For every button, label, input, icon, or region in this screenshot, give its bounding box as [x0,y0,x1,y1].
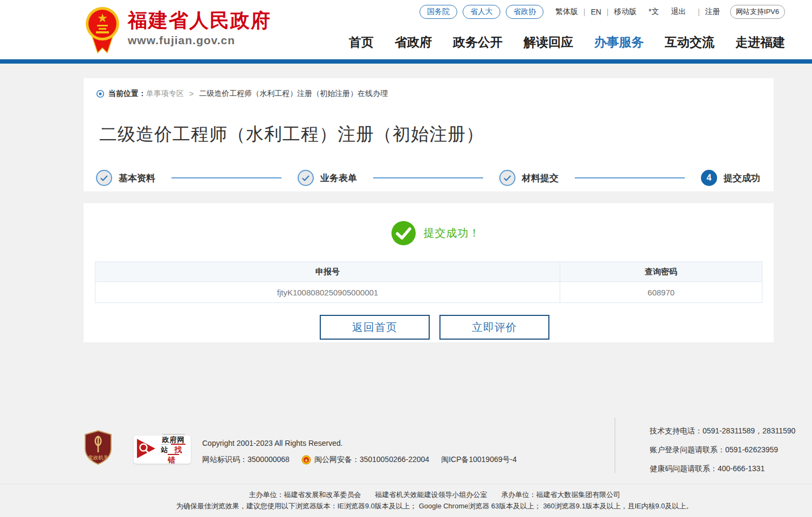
svg-text:★: ★ [97,11,108,25]
check-icon [302,175,309,181]
svg-text:★: ★ [304,458,308,463]
nav-item-gov-affairs[interactable]: 政务公开 [453,34,503,51]
site-identifier-code: 网站标识码：3500000068 [202,455,290,465]
step-connector [575,177,685,178]
check-icon [100,175,108,181]
table-header-row: 申报号 查询密码 [95,262,762,282]
col-header-declaration-no: 申报号 [95,262,560,282]
police-badge-icon: ★ [301,455,311,465]
success-check-icon [391,221,416,245]
action-buttons: 返回首页 立即评价 [107,315,762,340]
icp-record-link[interactable]: 闽ICP备10019069号-4 [441,455,517,465]
page-title: 二级造价工程师（水利工程）注册（初始注册） [96,122,761,147]
table-row: fjtyK1008080250905000001 608970 [95,282,762,303]
step-done-circle [96,170,112,186]
breadcrumb-arrow: > [189,89,194,98]
separator: | [583,8,586,16]
step-connector [171,177,281,178]
quick-link-shengzhengxie[interactable]: 省政协 [506,5,543,19]
breadcrumb-current: 二级造价工程师（水利工程）注册（初始注册）在线办理 [199,89,388,99]
browser-recommendation: 为确保最佳浏览效果，建议您使用以下浏览器版本：IE浏览器9.0版本及以上； Go… [57,500,812,512]
svg-text:党政机关: 党政机关 [88,454,109,460]
step-done-circle [499,170,515,186]
quick-link-shengrenda[interactable]: 省人大 [463,5,500,19]
step-current-circle: 4 [701,170,717,186]
account-login-contact: 账户登录问题请联系：0591-62623959 [650,440,795,459]
nav-item-services[interactable]: 办事服务 [594,34,644,51]
separator: | [607,8,609,16]
ipv6-badge: 网站支持IPV6 [730,5,785,19]
utility-bar: 国务院 省人大 省政协 繁体版 | EN | 移动版 *文 退出 | 注册 网站… [414,5,785,19]
security-record-link[interactable]: 闽公网安备：35010050266-22004 [314,455,429,465]
back-home-button[interactable]: 返回首页 [320,315,430,340]
evaluate-now-button[interactable]: 立即评价 [439,315,549,340]
breadcrumb: 当前位置： 单事项专区 > 二级造价工程师（水利工程）注册（初始注册）在线办理 [96,89,761,99]
nav-item-home[interactable]: 首页 [349,34,374,51]
title-card: 当前位置： 单事项专区 > 二级造价工程师（水利工程）注册（初始注册）在线办理 … [84,78,774,191]
declaration-no-value: fjtyK1008080250905000001 [95,282,560,303]
col-header-query-password: 查询密码 [560,262,762,282]
success-message-row: 提交成功！ [109,221,762,245]
header-accent-bar [0,59,812,64]
site-logo[interactable]: ★ 福建省人民政府 www.fujian.gov.cn [85,3,271,58]
find-error-logo-icon [136,438,156,461]
tech-support-phone: 技术支持电话：0591-28311589，28311590 [650,422,795,440]
query-password-value: 608970 [560,282,762,303]
result-table: 申报号 查询密码 fjtyK1008080250905000001 608970 [95,261,762,303]
step-done-circle [298,170,314,186]
step-connector [373,177,483,178]
mobile-version-link[interactable]: 移动版 [614,7,637,17]
organizer-info: 主办单位：福建省发展和改革委员会 福建省机关效能建设领导小组办公室 承办单位：福… [57,489,812,500]
nav-item-about-fujian[interactable]: 走进福建 [735,34,785,51]
party-gov-badge: 党政机关 [84,430,113,467]
gov-site-find-error-badge[interactable]: 政府网站 找错 [134,436,191,464]
quick-link-guowuyuan[interactable]: 国务院 [419,5,457,19]
step-material-submit: 材料提交 [499,170,559,186]
step-submit-success: 4 提交成功 [701,170,760,186]
step-business-form: 业务表单 [298,170,357,186]
nav-item-provincial-gov[interactable]: 省政府 [395,34,432,51]
footer: 党政机关 政府网站 找错 Copyright 2001-2023 All Rig… [0,410,812,484]
nav-item-interpretation[interactable]: 解读回应 [524,34,573,51]
traditional-chinese-link[interactable]: 繁体版 [555,7,578,17]
breadcrumb-prefix: 当前位置： [108,89,146,99]
user-name[interactable]: *文 [649,7,659,17]
main-nav: 首页 省政府 政务公开 解读回应 办事服务 互动交流 走进福建 [349,34,785,51]
copyright-text: Copyright 2001-2023 All Rights Reserved. [202,439,528,447]
logout-link[interactable]: 退出 [671,7,686,17]
site-url: www.fujian.gov.cn [128,34,271,47]
copyright-block: Copyright 2001-2023 All Rights Reserved.… [202,439,528,465]
national-emblem-icon: ★ [85,3,120,58]
breadcrumb-section-link[interactable]: 单事项专区 [146,89,184,99]
separator: | [698,8,700,16]
health-code-contact: 健康码问题请联系：400-666-1331 [650,459,795,478]
page-background: 当前位置： 单事项专区 > 二级造价工程师（水利工程）注册（初始注册）在线办理 … [0,64,812,517]
nav-item-interaction[interactable]: 互动交流 [665,34,714,51]
english-link[interactable]: EN [591,8,601,16]
footer-divider [615,418,615,473]
check-icon [504,175,511,181]
site-header: ★ 福建省人民政府 www.fujian.gov.cn 国务院 省人大 省政协 … [0,0,812,59]
footer-contacts: 技术支持电话：0591-28311589，28311590 账户登录问题请联系：… [650,422,795,478]
find-error-action: 找错 [168,444,185,464]
result-card: 提交成功！ 申报号 查询密码 fjtyK1008080250905000001 … [84,203,774,342]
step-basic-info: 基本资料 [96,170,155,186]
register-link[interactable]: 注册 [705,7,720,17]
success-message: 提交成功！ [424,226,480,240]
step-indicator: 基本资料 业务表单 材料提交 4 提交成功 [96,170,761,186]
location-pin-icon [96,89,105,98]
site-name: 福建省人民政府 [128,10,271,31]
footer-bottom-strip: 主办单位：福建省发展和改革委员会 福建省机关效能建设领导小组办公室 承办单位：福… [0,484,812,517]
